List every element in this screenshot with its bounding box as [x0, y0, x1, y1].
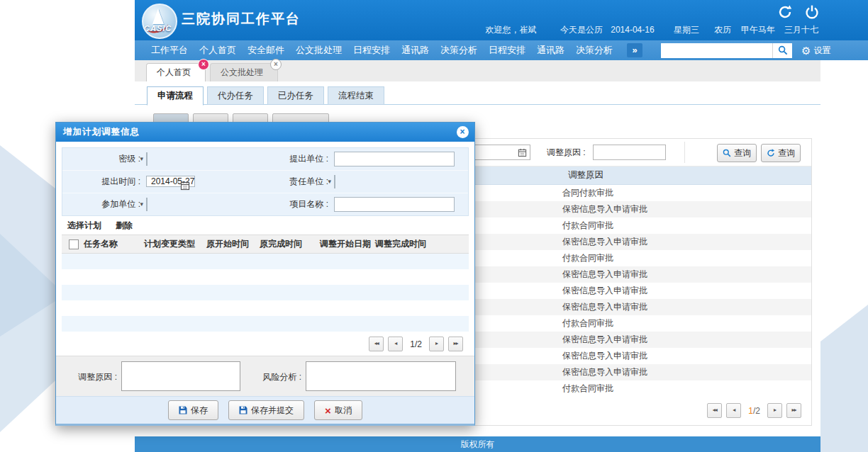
col-adjust-start: 调整开始日期	[320, 235, 371, 253]
power-icon[interactable]	[804, 4, 820, 20]
propose-time-label: 提出时间 :	[62, 176, 146, 188]
nav-item-contacts-2[interactable]: 通讯路	[537, 44, 564, 57]
next-page-button[interactable]: ▸	[767, 403, 782, 418]
main-nav: 工作平台 个人首页 安全邮件 公文批处理 日程安排 通讯路 决策分析 日程安排 …	[135, 40, 868, 60]
select-plan-link[interactable]: 选择计划	[67, 220, 101, 232]
subtab-todo-tasks[interactable]: 代办任务	[207, 86, 264, 105]
add-plan-adjustment-dialog: 增加计划调整信息 × 密级 : ▾ 提出单位 : 提出时间 : 2014-05-…	[55, 122, 475, 426]
subtab-apply-flow[interactable]: 申请流程	[147, 86, 204, 106]
close-icon[interactable]: ×	[457, 126, 469, 138]
last-page-button[interactable]: ▸▸	[448, 337, 463, 351]
tab-personal-home[interactable]: 个人首页 ×	[146, 63, 206, 81]
subtab-flow-end[interactable]: 流程结束	[328, 86, 384, 105]
dialog-form: 密级 : ▾ 提出单位 : 提出时间 : 2014-05-27	[62, 147, 469, 216]
tab-label: 公文批处理	[221, 67, 263, 77]
settings-button[interactable]: ⚙ 设置	[801, 45, 830, 57]
tab-document-batch[interactable]: 公文批处理 ×	[210, 63, 278, 81]
nav-item-schedule-2[interactable]: 日程安排	[489, 44, 525, 57]
search-icon	[778, 45, 788, 55]
col-orig-finish: 原完成时间	[260, 235, 302, 253]
top-header: CASIC 三院协同工作平台 欢迎您，崔斌 今天是公历 2014-04-16 星…	[135, 0, 868, 41]
reason-risk-section: 调整原因 : 风险分析 :	[56, 356, 474, 396]
first-page-button[interactable]: ◂◂	[369, 337, 384, 351]
footer-copyright: 版权所有	[135, 436, 820, 452]
empty-row	[62, 316, 469, 332]
subtab-done-tasks[interactable]: 已办任务	[267, 86, 324, 105]
reset-button-label: 查询	[778, 147, 795, 159]
empty-row	[62, 300, 469, 316]
nav-item-decision-analysis-2[interactable]: 决策分析	[576, 44, 613, 57]
plan-table-pagination-row: ◂◂ ◂ 1/2 ▸ ▸▸	[62, 332, 469, 356]
save-icon	[239, 406, 247, 414]
calendar-icon[interactable]	[518, 148, 527, 159]
propose-unit-label: 提出单位 :	[267, 153, 334, 165]
col-task-name: 任务名称	[84, 235, 118, 253]
nav-item-secure-mail[interactable]: 安全邮件	[247, 44, 284, 57]
nav-item-decision-analysis[interactable]: 决策分析	[440, 44, 477, 57]
tab-close-icon[interactable]: ×	[270, 59, 282, 70]
dialog-body: 密级 : ▾ 提出单位 : 提出时间 : 2014-05-27	[56, 142, 474, 424]
search-input[interactable]	[661, 43, 772, 58]
lunar-label: 农历	[714, 25, 731, 35]
form-row: 参加单位 : ▾ 项目名称 :	[62, 193, 468, 215]
plan-table-pagination: ◂◂ ◂ 1/2 ▸ ▸▸	[369, 337, 463, 351]
nav-item-contacts[interactable]: 通讯路	[401, 44, 429, 57]
tab-close-icon[interactable]: ×	[198, 59, 209, 70]
gear-icon: ⚙	[801, 45, 811, 56]
chevron-down-icon: ▾	[140, 200, 143, 208]
prev-page-button[interactable]: ◂	[388, 337, 403, 351]
tab-label: 个人首页	[157, 67, 191, 77]
search-button[interactable]	[772, 43, 792, 58]
dialog-title: 增加计划调整信息	[63, 127, 140, 137]
adjust-reason-label: 调整原因 :	[76, 371, 117, 383]
adjust-reason-textarea[interactable]	[121, 361, 240, 391]
nav-item-schedule[interactable]: 日程安排	[353, 44, 390, 57]
delete-link[interactable]: 删除	[116, 220, 133, 232]
save-button[interactable]: 保存	[168, 400, 218, 420]
prev-page-button[interactable]: ◂	[726, 403, 741, 418]
propose-time-input[interactable]: 2014-05-27	[146, 176, 195, 187]
save-and-submit-button[interactable]: 保存并提交	[228, 400, 304, 420]
project-name-label: 项目名称 :	[267, 198, 334, 210]
logo-text: CASIC	[144, 24, 172, 33]
propose-unit-input[interactable]	[334, 152, 455, 166]
nav-item-personal-home[interactable]: 个人首页	[199, 44, 236, 57]
plan-table-toolbar: 选择计划 删除	[62, 216, 469, 235]
reset-query-button[interactable]: 查询	[761, 144, 801, 162]
cancel-button[interactable]: × 取消	[314, 400, 362, 420]
nav-more-button[interactable]: »	[627, 43, 642, 57]
refresh-icon[interactable]	[777, 4, 793, 20]
duty-unit-select[interactable]: ▾	[334, 175, 335, 188]
query-button[interactable]: 查询	[717, 144, 757, 162]
save-icon	[179, 406, 187, 414]
risk-analysis-textarea[interactable]	[306, 361, 456, 391]
first-page-button[interactable]: ◂◂	[707, 403, 722, 418]
column-title: 调整原因	[568, 170, 603, 180]
total-pages: /2	[753, 406, 760, 416]
col-change-type: 计划变更类型	[144, 235, 195, 253]
join-unit-select[interactable]: ▾	[146, 198, 148, 211]
welcome-bar: 欢迎您，崔斌 今天是公历 2014-04-16 星期三 农历 甲午马年 三月十七	[486, 24, 818, 36]
last-page-button[interactable]: ▸▸	[786, 403, 801, 418]
tab-strip: 个人首页 × 公文批处理 ×	[135, 60, 820, 81]
nav-item-workplatform[interactable]: 工作平台	[151, 44, 188, 57]
lunar-day: 三月十七	[784, 25, 818, 35]
nav-item-document-batch[interactable]: 公文批处理	[296, 44, 342, 57]
filter-reason-input[interactable]	[593, 145, 666, 160]
secret-level-select[interactable]: ▾	[146, 152, 148, 166]
background-shape	[820, 305, 868, 452]
platform-title: 三院协同工作平台	[182, 10, 301, 28]
chevron-down-icon: ▾	[328, 178, 331, 185]
next-page-button[interactable]: ▸	[429, 337, 444, 351]
query-button-label: 查询	[734, 147, 751, 159]
secret-level-label: 密级 :	[62, 153, 146, 165]
gregorian-date: 2014-04-16	[611, 25, 654, 35]
project-name-input[interactable]	[334, 197, 455, 212]
today-label: 今天是公历	[560, 25, 603, 35]
select-all-checkbox[interactable]	[69, 239, 79, 249]
application-window: CASIC 三院协同工作平台 欢迎您，崔斌 今天是公历 2014-04-16 星…	[0, 0, 868, 452]
risk-analysis-label: 风险分析 :	[260, 371, 301, 383]
page-indicator: 1/2	[748, 406, 760, 416]
form-row: 提出时间 : 2014-05-27 责任单位 : ▾	[62, 171, 468, 193]
cancel-x-icon: ×	[325, 405, 331, 416]
